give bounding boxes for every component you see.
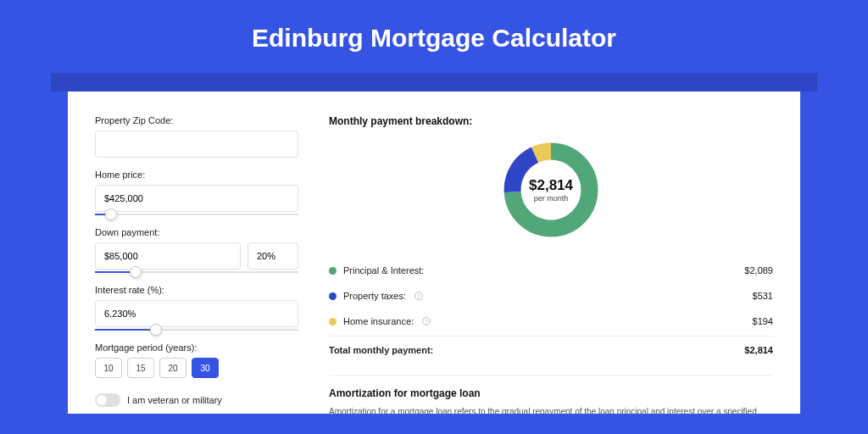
period-btn-15[interactable]: 15 (127, 358, 154, 378)
breakdown-label: Home insurance: (343, 316, 414, 326)
period-btn-20[interactable]: 20 (159, 358, 186, 378)
breakdown-row-principal: Principal & Interest: $2,089 (329, 258, 773, 283)
interest-rate-field: Interest rate (%): (95, 285, 298, 331)
breakdown-label: Principal & Interest: (343, 265, 424, 275)
calculator-card: Property Zip Code: Home price: Down paym… (68, 92, 800, 414)
breakdown-title: Monthly payment breakdown: (329, 115, 773, 127)
total-value: $2,814 (744, 345, 773, 355)
breakdown-row-total: Total monthly payment: $2,814 (329, 336, 773, 363)
help-icon[interactable]: ? (415, 292, 423, 300)
interest-rate-slider[interactable] (95, 329, 298, 331)
home-price-slider[interactable] (95, 214, 298, 215)
dot-principal-icon (329, 267, 337, 275)
dot-taxes-icon (329, 292, 337, 300)
dot-insurance-icon (329, 318, 337, 326)
down-payment-amount-input[interactable] (95, 242, 241, 270)
slider-handle[interactable] (130, 266, 142, 278)
breakdown-row-insurance: Home insurance: ? $194 (329, 309, 773, 334)
down-payment-slider[interactable] (95, 271, 298, 273)
period-btn-30[interactable]: 30 (192, 358, 219, 378)
breakdown-value: $194 (753, 316, 773, 326)
veteran-toggle[interactable] (95, 393, 120, 407)
donut-chart: $2,814 per month (329, 139, 773, 241)
veteran-row: I am veteran or military (95, 393, 298, 407)
mortgage-period-field: Mortgage period (years): 10 15 20 30 (95, 342, 298, 378)
donut-amount: $2,814 (529, 177, 573, 194)
help-icon[interactable]: ? (422, 317, 431, 326)
slider-handle[interactable] (150, 324, 162, 336)
breakdown-value: $2,089 (744, 265, 773, 275)
donut-center: $2,814 per month (500, 139, 602, 241)
period-btn-10[interactable]: 10 (95, 358, 122, 378)
donut-sub: per month (534, 194, 569, 203)
form-column: Property Zip Code: Home price: Down paym… (95, 115, 298, 414)
breakdown-column: Monthly payment breakdown: $2,814 per mo… (329, 115, 773, 414)
zip-field: Property Zip Code: (95, 115, 298, 158)
home-price-field: Home price: (95, 170, 298, 215)
breakdown-row-taxes: Property taxes: ? $531 (329, 283, 773, 309)
accent-bar (51, 73, 817, 92)
amortization-text: Amortization for a mortgage loan refers … (329, 406, 773, 414)
home-price-label: Home price: (95, 170, 298, 180)
down-payment-label: Down payment: (95, 227, 298, 237)
breakdown-label: Property taxes: (343, 291, 406, 301)
zip-input[interactable] (95, 131, 298, 158)
down-payment-field: Down payment: (95, 227, 298, 273)
mortgage-period-label: Mortgage period (years): (95, 342, 298, 353)
amortization-section: Amortization for mortgage loan Amortizat… (329, 375, 773, 414)
interest-rate-label: Interest rate (%): (95, 285, 298, 295)
breakdown-value: $531 (753, 291, 773, 301)
amortization-title: Amortization for mortgage loan (329, 387, 773, 399)
slider-handle[interactable] (105, 209, 117, 220)
interest-rate-input[interactable] (95, 300, 298, 327)
home-price-input[interactable] (95, 185, 298, 212)
period-options: 10 15 20 30 (95, 358, 298, 378)
veteran-label: I am veteran or military (127, 395, 222, 405)
zip-label: Property Zip Code: (95, 115, 298, 125)
down-payment-percent-input[interactable] (248, 242, 298, 270)
page-title: Edinburg Mortgage Calculator (0, 0, 868, 73)
total-label: Total monthly payment: (329, 345, 433, 355)
